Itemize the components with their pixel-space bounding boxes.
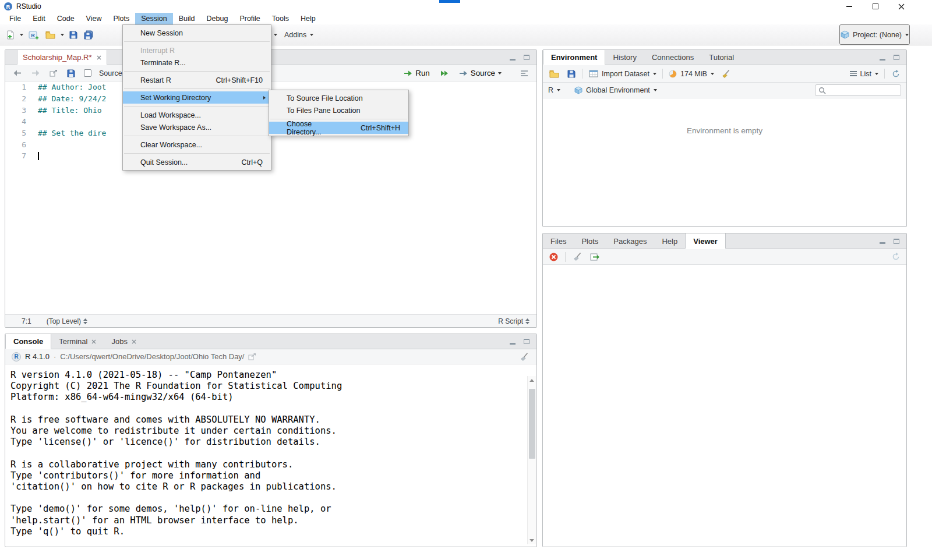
- new-file-dropdown-caret[interactable]: [20, 34, 23, 36]
- menu-tools[interactable]: Tools: [266, 13, 295, 24]
- menu-item-set-working-directory[interactable]: Set Working Directory: [123, 91, 271, 104]
- environment-toolbar-right: List: [850, 66, 901, 81]
- clear-console-button[interactable]: [518, 349, 530, 364]
- maximize-pane-icon[interactable]: [524, 339, 529, 344]
- import-dataset-caret-icon: [653, 73, 656, 75]
- export-viewer-button[interactable]: [589, 249, 601, 264]
- scope-selector[interactable]: (Top Level): [47, 317, 87, 325]
- new-file-button[interactable]: [5, 27, 16, 42]
- refresh-environment-button[interactable]: [891, 66, 901, 81]
- menu-item-choose-directory[interactable]: Choose Directory...Ctrl+Shift+H: [269, 122, 408, 134]
- minimize-button[interactable]: [836, 0, 862, 13]
- tab-history[interactable]: History: [605, 50, 644, 65]
- tab-viewer[interactable]: Viewer: [685, 233, 726, 249]
- maximize-button[interactable]: [862, 0, 888, 13]
- menu-item-save-workspace-as[interactable]: Save Workspace As...: [123, 121, 271, 133]
- source-on-save-checkbox[interactable]: [84, 69, 91, 77]
- memory-usage-dropdown[interactable]: 174 MiB: [669, 70, 714, 78]
- close-button[interactable]: [888, 0, 915, 13]
- tab-connections[interactable]: Connections: [644, 50, 701, 65]
- source-button[interactable]: Source: [458, 66, 503, 81]
- menu-profile[interactable]: Profile: [234, 13, 266, 24]
- menu-file[interactable]: File: [3, 13, 27, 24]
- menu-edit[interactable]: Edit: [27, 13, 51, 24]
- tab-tutorial[interactable]: Tutorial: [701, 50, 742, 65]
- minimize-pane-icon[interactable]: [510, 343, 516, 345]
- toolbar-separator: [582, 69, 583, 79]
- tab-jobs[interactable]: Jobs: [104, 334, 143, 349]
- list-view-dropdown[interactable]: List: [850, 70, 878, 78]
- environment-search[interactable]: [815, 84, 901, 96]
- file-type-selector[interactable]: R Script: [498, 317, 529, 325]
- environment-search-input[interactable]: [829, 86, 898, 94]
- maximize-pane-icon[interactable]: [894, 239, 899, 244]
- menu-item-load-workspace[interactable]: Load Workspace...: [123, 109, 271, 121]
- clear-environment-button[interactable]: [720, 66, 732, 81]
- line-number: 3: [5, 106, 33, 115]
- new-project-button[interactable]: R: [27, 27, 40, 42]
- menu-code[interactable]: Code: [51, 13, 80, 24]
- tab-console[interactable]: Console: [5, 334, 51, 349]
- menu-item-to-files-pane-location[interactable]: To Files Pane Location: [269, 104, 408, 116]
- maximize-pane-icon[interactable]: [524, 55, 529, 60]
- menu-build[interactable]: Build: [173, 13, 201, 24]
- minimize-pane-icon[interactable]: [880, 242, 885, 244]
- menu-help[interactable]: Help: [295, 13, 322, 24]
- save-button[interactable]: [68, 27, 79, 42]
- refresh-viewer-button[interactable]: [891, 249, 901, 264]
- import-dataset-dropdown[interactable]: Import Dataset: [589, 70, 656, 78]
- open-recent-dropdown-caret[interactable]: [61, 34, 64, 36]
- load-workspace-button[interactable]: [548, 66, 560, 81]
- maximize-pane-icon[interactable]: [894, 55, 899, 60]
- menu-item-terminate-r[interactable]: Terminate R...: [123, 56, 271, 69]
- tab-help[interactable]: Help: [654, 233, 685, 249]
- menu-item-quit-session[interactable]: Quit Session...Ctrl+Q: [123, 156, 271, 168]
- source-tab-scholarship-map[interactable]: Scholarship_Map.R*: [17, 50, 107, 65]
- scroll-up-button[interactable]: [528, 376, 536, 384]
- print-dropdown-caret[interactable]: [274, 34, 277, 36]
- back-button[interactable]: [12, 66, 23, 81]
- save-icon: [69, 31, 77, 39]
- tab-packages[interactable]: Packages: [606, 233, 654, 249]
- document-outline-button[interactable]: [519, 66, 529, 81]
- scrollbar-thumb[interactable]: [529, 389, 535, 459]
- rerun-button[interactable]: [439, 66, 450, 81]
- minimize-pane-icon[interactable]: [510, 59, 516, 61]
- global-environment-selector[interactable]: Global Environment: [574, 86, 657, 94]
- scroll-down-button[interactable]: [528, 536, 536, 544]
- save-all-button[interactable]: [83, 27, 95, 42]
- tab-environment[interactable]: Environment: [543, 50, 605, 65]
- forward-button[interactable]: [30, 66, 41, 81]
- scrollbar-track[interactable]: [528, 384, 536, 536]
- console-scrollbar[interactable]: [527, 376, 536, 544]
- clear-viewer-button[interactable]: [548, 249, 559, 264]
- language-selector[interactable]: R: [548, 86, 560, 94]
- menu-view[interactable]: View: [80, 13, 108, 24]
- close-tab-icon[interactable]: [97, 55, 101, 60]
- run-button[interactable]: Run: [403, 66, 430, 81]
- close-terminal-tab-icon[interactable]: [91, 339, 96, 344]
- menu-debug[interactable]: Debug: [201, 13, 234, 24]
- clear-all-viewer-button[interactable]: [571, 249, 583, 264]
- tab-files[interactable]: Files: [543, 233, 574, 249]
- tab-plots[interactable]: Plots: [574, 233, 606, 249]
- title-bar: R RStudio: [0, 0, 932, 13]
- menu-plots[interactable]: Plots: [107, 13, 135, 24]
- save-workspace-button[interactable]: [566, 66, 577, 81]
- menu-item-clear-workspace[interactable]: Clear Workspace...: [123, 139, 271, 151]
- toolbar-separator: [565, 252, 566, 262]
- popout-icon[interactable]: [248, 353, 256, 360]
- menu-item-to-source-file-location[interactable]: To Source File Location: [269, 92, 408, 104]
- tab-terminal[interactable]: Terminal: [51, 334, 104, 349]
- minimize-pane-icon[interactable]: [880, 59, 885, 61]
- open-file-button[interactable]: [44, 27, 57, 42]
- menu-item-restart-r[interactable]: Restart RCtrl+Shift+F10: [123, 74, 271, 86]
- console-output[interactable]: R version 4.1.0 (2021-05-18) -- "Camp Po…: [5, 364, 536, 547]
- save-document-button[interactable]: [66, 66, 76, 81]
- addins-dropdown[interactable]: Addins: [284, 31, 313, 39]
- menu-session[interactable]: Session: [135, 13, 172, 24]
- open-in-window-button[interactable]: [48, 66, 58, 81]
- menu-item-new-session[interactable]: New Session: [123, 27, 271, 39]
- close-jobs-tab-icon[interactable]: [132, 339, 136, 344]
- project-selector[interactable]: Project: (None): [839, 24, 910, 45]
